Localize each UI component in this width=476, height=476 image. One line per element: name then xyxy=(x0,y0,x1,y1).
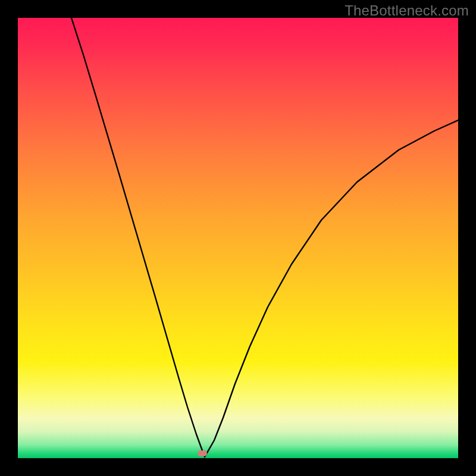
plot-area xyxy=(18,18,458,458)
chart-frame: TheBottleneck.com xyxy=(0,0,476,476)
optimum-marker xyxy=(198,450,207,456)
watermark-text: TheBottleneck.com xyxy=(345,2,469,19)
bottleneck-curve xyxy=(18,18,458,458)
